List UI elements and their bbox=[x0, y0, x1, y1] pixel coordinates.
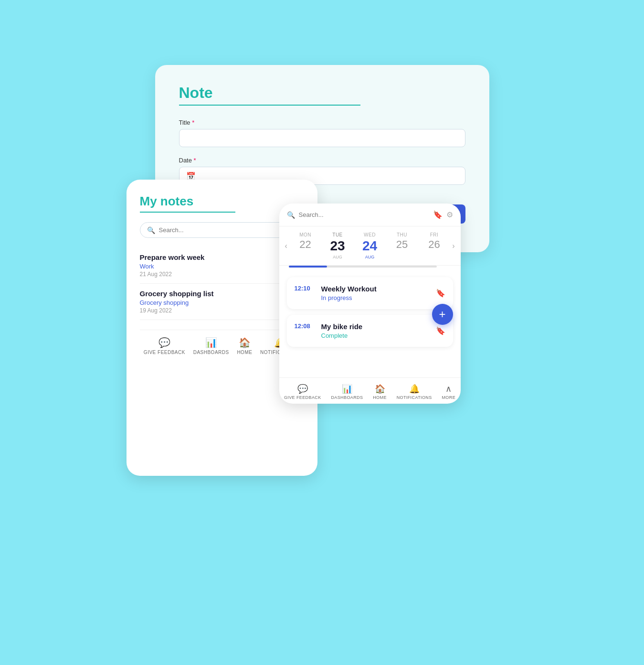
cal-nav-dashboards[interactable]: 📊 DASHBOARDS bbox=[331, 384, 363, 400]
date-label: Date * bbox=[179, 157, 465, 164]
title-label: Title * bbox=[179, 119, 465, 126]
event-weekly-workout[interactable]: 12:10 Weekly Workout In progress 🔖 bbox=[287, 277, 453, 309]
cal-more-icon: ∧ bbox=[445, 384, 452, 394]
cal-dashboards-label: DASHBOARDS bbox=[331, 395, 363, 400]
event-title-2: My bike ride bbox=[321, 322, 429, 331]
mynotes-heading: My notes bbox=[140, 194, 304, 209]
dashboards-label: DASHBOARDS bbox=[193, 350, 229, 355]
event-bike-ride[interactable]: 12:08 My bike ride Complete 🔖 bbox=[287, 315, 453, 347]
nav-home[interactable]: 🏠 HOME bbox=[237, 337, 252, 355]
event-info-2: My bike ride Complete bbox=[321, 322, 429, 339]
week-scroll-bar bbox=[289, 266, 437, 268]
note-heading: Note bbox=[179, 84, 465, 102]
fab-add-button[interactable]: + bbox=[432, 304, 453, 325]
week-days: MON 22 TUE 23 AUG WED 24 AUG THU 25 bbox=[289, 232, 450, 259]
calendar-card: 🔍 🔖 ⚙ ‹ MON 22 TUE 23 AUG WED 24 bbox=[279, 204, 461, 404]
week-next-arrow[interactable]: › bbox=[450, 242, 456, 250]
feedback-icon: 💬 bbox=[158, 337, 170, 348]
calendar-icon: 📅 bbox=[186, 172, 196, 181]
home-icon: 🏠 bbox=[239, 337, 251, 348]
cal-notifications-label: NOTIFICATIONS bbox=[397, 395, 432, 400]
event-bookmark-2[interactable]: 🔖 bbox=[436, 326, 445, 335]
feedback-label: GIVE FEEDBACK bbox=[144, 350, 185, 355]
event-time-2: 12:08 bbox=[295, 322, 315, 330]
cal-more-label: MORE bbox=[442, 395, 455, 400]
cal-feedback-label: GIVE FEEDBACK bbox=[284, 395, 321, 400]
day-24[interactable]: WED 24 AUG bbox=[359, 232, 381, 259]
event-title-1: Weekly Workout bbox=[321, 285, 429, 293]
cal-nav-home[interactable]: 🏠 HOME bbox=[373, 384, 387, 400]
cal-search-icon: 🔍 bbox=[287, 211, 295, 219]
event-status-1: In progress bbox=[321, 294, 429, 301]
date-required: * bbox=[194, 157, 196, 164]
cal-feedback-icon: 💬 bbox=[297, 384, 308, 394]
week-prev-arrow[interactable]: ‹ bbox=[283, 242, 289, 250]
cal-notifications-icon: 🔔 bbox=[409, 384, 420, 394]
day-23[interactable]: TUE 23 AUG bbox=[326, 232, 349, 259]
calendar-week: ‹ MON 22 TUE 23 AUG WED 24 AUG THU bbox=[279, 226, 461, 266]
event-time-1: 12:10 bbox=[295, 285, 315, 292]
cal-search-bar[interactable]: 🔍 🔖 ⚙ bbox=[279, 204, 461, 226]
mynotes-search-input[interactable] bbox=[159, 226, 287, 234]
event-status-2: Complete bbox=[321, 332, 429, 339]
cal-dashboards-icon: 📊 bbox=[342, 384, 352, 394]
dashboards-icon: 📊 bbox=[205, 337, 217, 348]
cal-search-input[interactable] bbox=[299, 211, 429, 218]
search-icon: 🔍 bbox=[147, 226, 155, 234]
cal-bookmark-icon: 🔖 bbox=[433, 210, 443, 219]
mynotes-underline bbox=[140, 212, 235, 213]
home-label: HOME bbox=[237, 350, 252, 355]
cal-home-icon: 🏠 bbox=[375, 384, 385, 394]
filter-icon: ⚙ bbox=[446, 210, 453, 219]
title-input[interactable] bbox=[179, 129, 465, 147]
cal-bottom-nav: 💬 GIVE FEEDBACK 📊 DASHBOARDS 🏠 HOME 🔔 NO… bbox=[279, 377, 461, 404]
cal-home-label: HOME bbox=[373, 395, 387, 400]
day-26[interactable]: FRI 26 bbox=[422, 232, 445, 259]
day-25[interactable]: THU 25 bbox=[391, 232, 413, 259]
nav-give-feedback[interactable]: 💬 GIVE FEEDBACK bbox=[144, 337, 185, 355]
title-required: * bbox=[192, 119, 194, 126]
event-info-1: Weekly Workout In progress bbox=[321, 285, 429, 301]
cal-nav-more[interactable]: ∧ MORE bbox=[442, 384, 455, 400]
nav-dashboards[interactable]: 📊 DASHBOARDS bbox=[193, 337, 229, 355]
cal-nav-feedback[interactable]: 💬 GIVE FEEDBACK bbox=[284, 384, 321, 400]
cal-nav-notifications[interactable]: 🔔 NOTIFICATIONS bbox=[397, 384, 432, 400]
week-scroll-thumb bbox=[289, 266, 327, 268]
note-heading-underline bbox=[179, 105, 360, 106]
event-bookmark-1[interactable]: 🔖 bbox=[436, 289, 445, 298]
day-22[interactable]: MON 22 bbox=[294, 232, 317, 259]
